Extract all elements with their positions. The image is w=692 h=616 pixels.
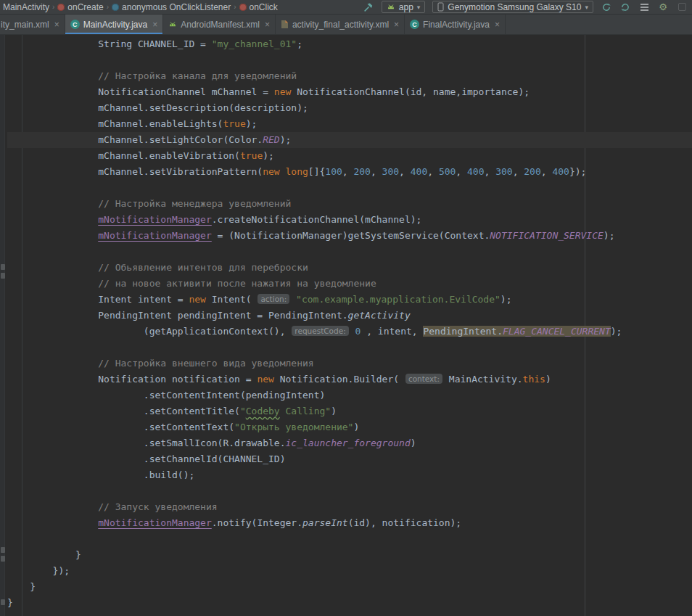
chevron-separator-icon: › (105, 3, 110, 11)
code-line[interactable] (7, 244, 692, 260)
code-line[interactable] (7, 180, 692, 196)
code-line[interactable]: .setContentIntent(pendingIntent) (7, 387, 692, 403)
close-icon[interactable]: × (394, 20, 399, 29)
tab-label: FinalActtivity.java (423, 20, 490, 30)
code-line[interactable]: .setChannelId(CHANNEL_ID) (7, 451, 692, 467)
menu-lines-icon (640, 2, 648, 12)
gear-icon: ⚙ (659, 1, 667, 13)
code-line[interactable]: }); (7, 563, 692, 579)
close-icon[interactable]: × (265, 20, 270, 29)
phone-icon (437, 2, 444, 12)
java-class-icon: C (410, 20, 419, 29)
java-class-icon: C (70, 20, 80, 29)
close-icon[interactable]: × (152, 20, 157, 29)
code-line[interactable]: // Настройка менеджера уведомлений (7, 196, 692, 212)
tab-finalactivity-java[interactable]: C FinalActtivity.java × (405, 15, 506, 34)
breadcrumb-label: anonymous OnClickListener (122, 2, 231, 12)
code-line[interactable]: NotificationChannel mChannel = new Notif… (7, 84, 692, 100)
code-line[interactable]: // на новое активити после нажатия на ув… (7, 276, 692, 292)
code-line[interactable]: // Настройка канала для уведомлений (7, 68, 692, 84)
run-configuration-select[interactable]: app ▾ (382, 1, 426, 13)
code-line[interactable]: mChannel.enableLights(true); (7, 116, 692, 132)
tab-mainactivity-java[interactable]: C MainActivity.java × (65, 15, 164, 34)
code-line[interactable]: } (7, 595, 692, 611)
anonymous-class-icon (112, 4, 119, 11)
chevron-down-icon: ▾ (585, 4, 588, 11)
code-line[interactable]: .build(); (7, 467, 692, 483)
sync-project-icon[interactable] (619, 1, 631, 13)
code-line[interactable]: } (7, 579, 692, 595)
editor-tab-bar: ity_main.xml × C MainActivity.java × And… (0, 15, 692, 35)
chevron-down-icon: ▾ (417, 4, 421, 11)
method-icon (239, 4, 247, 11)
android-icon (387, 3, 395, 12)
code-area[interactable]: String CHANNEL_ID = "my_channel_01"; // … (7, 36, 692, 611)
code-line[interactable]: mChannel.setVibrationPattern(new long[]{… (7, 164, 692, 180)
code-line[interactable]: .setContentTitle("Codeby Calling") (7, 403, 692, 419)
code-line[interactable]: .setSmallIcon(R.drawable.ic_launcher_for… (7, 435, 692, 451)
close-icon[interactable]: × (54, 20, 59, 29)
xml-file-icon (281, 20, 289, 29)
code-line[interactable]: (getApplicationContext(), requestCode: 0… (7, 324, 692, 340)
editor-left-stripe (0, 35, 5, 616)
code-line[interactable] (7, 483, 692, 499)
tab-label: ity_main.xml (1, 20, 49, 30)
code-line[interactable]: mNotificationManager.notify(Integer.pars… (7, 515, 692, 531)
code-line[interactable] (7, 531, 692, 547)
tab-androidmanifest-xml[interactable]: AndroidManifest.xml × (163, 15, 276, 34)
breadcrumb-anonymous-class[interactable]: anonymous OnClickListener (110, 2, 232, 12)
code-editor[interactable]: String CHANNEL_ID = "my_channel_01"; // … (0, 35, 692, 616)
sdk-manager-gear-icon[interactable]: ⚙ (657, 1, 669, 13)
method-icon (57, 4, 65, 11)
code-line[interactable] (7, 52, 692, 68)
code-line[interactable]: // Запуск уведомления (7, 499, 692, 515)
run-configuration-label: app (399, 2, 413, 12)
code-line[interactable]: // Настройка внешнего вида уведомления (7, 356, 692, 371)
tab-activity-final-xml[interactable]: activity_final_acttivity.xml × (276, 15, 405, 34)
notifications-icon[interactable] (676, 1, 688, 13)
code-line[interactable]: mChannel.setDescription(description); (7, 100, 692, 116)
code-line[interactable]: String CHANNEL_ID = "my_channel_01"; (7, 36, 692, 52)
chevron-separator-icon: › (232, 3, 237, 11)
gutter-marker-icon (1, 264, 5, 270)
tab-activity-main-xml[interactable]: ity_main.xml × (0, 15, 65, 34)
code-line[interactable]: PendingIntent pendingIntent = PendingInt… (7, 308, 692, 324)
code-line[interactable]: mNotificationManager = (NotificationMana… (7, 228, 692, 244)
breadcrumb-label: MainActivity (3, 2, 49, 12)
code-line[interactable]: Notification notification = new Notifica… (7, 371, 692, 387)
android-file-icon (168, 20, 177, 29)
code-line[interactable]: Intent intent = new Intent( action: "com… (7, 292, 692, 308)
device-selector-label: Genymotion Samsung Galaxy S10 (448, 2, 581, 12)
close-icon[interactable]: × (495, 20, 500, 29)
gutter-marker-icon (1, 547, 5, 553)
chevron-separator-icon: › (51, 3, 56, 11)
gutter-marker-icon (1, 273, 5, 279)
code-line[interactable]: mChannel.enableVibration(true); (7, 148, 692, 164)
gutter-marker-icon (1, 599, 5, 605)
breadcrumb-onclick[interactable]: onClick (238, 2, 279, 12)
code-line[interactable]: .setContentText("Открыть уведомление") (7, 419, 692, 435)
code-line[interactable]: // Обьявление интентов для переброски (7, 260, 692, 276)
device-selector[interactable]: Genymotion Samsung Galaxy S10 ▾ (432, 1, 593, 13)
code-line[interactable] (7, 340, 692, 356)
code-line[interactable]: mChannel.setLightColor(Color.RED); (7, 132, 692, 148)
tab-label: AndroidManifest.xml (181, 20, 260, 30)
breadcrumb-label: onCreate (67, 2, 103, 12)
tab-label: MainActivity.java (83, 20, 147, 30)
breadcrumb-label: onClick (250, 2, 278, 12)
build-hammer-icon[interactable] (363, 1, 374, 13)
breadcrumb-class[interactable]: MainActivity (1, 2, 51, 12)
code-line[interactable]: } (7, 547, 692, 563)
apply-changes-icon[interactable] (601, 1, 612, 13)
build-variants-menu-icon[interactable] (638, 1, 650, 13)
breadcrumb-oncreate[interactable]: onCreate (56, 2, 104, 12)
tab-label: activity_final_acttivity.xml (292, 20, 389, 30)
navigation-toolbar: MainActivity › onCreate › anonymous OnCl… (0, 0, 692, 15)
gutter-marker-icon (1, 556, 5, 562)
code-line[interactable]: mNotificationManager.createNotificationC… (7, 212, 692, 228)
notification-box-icon (678, 3, 686, 11)
